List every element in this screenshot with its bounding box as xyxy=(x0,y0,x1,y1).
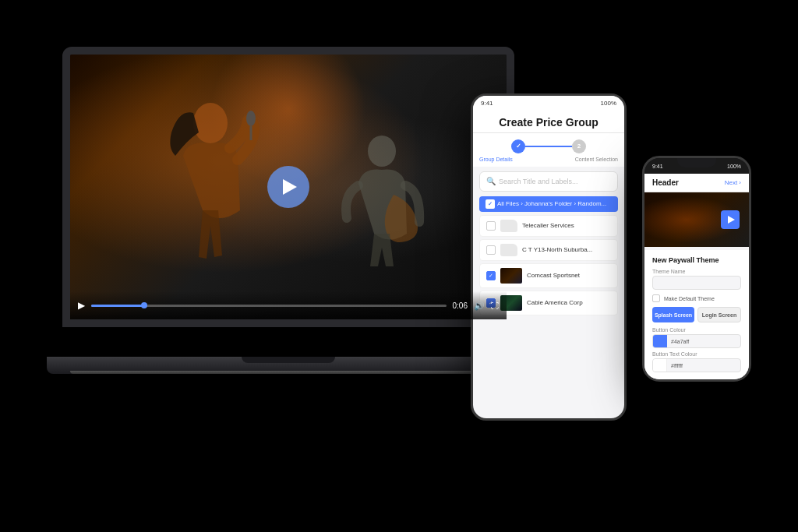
tablet-time: 9:41 xyxy=(481,100,493,107)
theme-name-label: Theme Name xyxy=(652,269,741,274)
phone-header-title: Header xyxy=(652,178,679,187)
tablet-battery: 100% xyxy=(601,100,616,107)
svg-point-3 xyxy=(368,136,396,167)
tablet-steps: ✓ 2 xyxy=(473,133,624,157)
login-screen-button[interactable]: Login Screen xyxy=(697,307,741,322)
button-text-colour-label: Button Text Colour xyxy=(652,351,741,357)
phone-play-button[interactable] xyxy=(721,210,740,229)
breadcrumb-text: All Files › Johanna's Folder › Random... xyxy=(497,200,606,207)
tablet-search-bar[interactable]: 🔍 Search Title and Labels... xyxy=(479,171,618,192)
file-row-0[interactable]: Telecaller Services xyxy=(479,215,618,237)
progress-fill xyxy=(91,305,144,307)
laptop-device: ▶ 0:06 🔊 ⛶ xyxy=(47,47,530,374)
button-colour-input[interactable]: #4a7aff xyxy=(652,334,741,348)
tablet-screen: 9:41 100% Create Price Group ✓ 2 Group D… xyxy=(473,96,624,418)
paywall-section-title: New Paywall Theme xyxy=(652,256,741,264)
splash-screen-button[interactable]: Splash Screen xyxy=(652,307,694,322)
phone-device: 9:41 100% Header Next › New Paywall Them… xyxy=(642,156,751,382)
tablet-title: Create Price Group xyxy=(482,116,615,129)
phone-header: Header Next › xyxy=(644,174,749,192)
step-line xyxy=(525,146,572,147)
button-colour-swatch xyxy=(653,335,667,347)
tablet-breadcrumb[interactable]: ✓ All Files › Johanna's Folder › Random.… xyxy=(479,196,618,212)
step-1-label: Group Details xyxy=(479,157,513,162)
musician-figure xyxy=(335,132,429,273)
make-default-row[interactable]: Make Default Theme xyxy=(652,294,741,302)
file-thumbnail-2 xyxy=(500,268,522,284)
tablet-status-bar: 9:41 100% xyxy=(473,96,624,110)
phone-play-icon xyxy=(728,216,735,224)
button-colour-value: #4a7aff xyxy=(667,339,693,344)
make-default-label: Make Default Theme xyxy=(664,296,715,301)
svg-point-1 xyxy=(246,111,256,126)
fullscreen-icon[interactable]: ⛶ xyxy=(491,301,499,310)
button-text-colour-swatch xyxy=(653,359,667,372)
theme-name-input[interactable] xyxy=(652,276,741,290)
search-icon: 🔍 xyxy=(486,177,496,185)
folder-icon-1 xyxy=(500,244,517,256)
laptop-notch xyxy=(242,357,335,363)
button-text-colour-value: #ffffff xyxy=(667,363,687,368)
file-name-1: C T Y13-North Suburba... xyxy=(522,246,611,253)
video-controls-bar[interactable]: ▶ 0:06 🔊 ⛶ xyxy=(70,291,507,319)
breadcrumb-checkbox[interactable]: ✓ xyxy=(486,199,495,209)
laptop-feet xyxy=(70,371,507,374)
phone-next-button[interactable]: Next › xyxy=(725,179,741,186)
file-name-0: Telecaller Services xyxy=(522,222,611,229)
laptop-screen: ▶ 0:06 🔊 ⛶ xyxy=(62,47,514,327)
make-default-checkbox[interactable] xyxy=(652,294,660,302)
file-row-2[interactable]: ✓ Comcast Sportsnet xyxy=(479,263,618,288)
volume-icon[interactable]: 🔊 xyxy=(474,301,485,311)
phone-notch-bar: 9:41 100% xyxy=(644,158,749,174)
video-player[interactable]: ▶ 0:06 🔊 ⛶ xyxy=(70,55,507,319)
step-2-label: Content Selection xyxy=(575,157,618,162)
step-labels: Group Details Content Selection xyxy=(473,157,624,167)
phone-battery: 100% xyxy=(727,164,741,169)
progress-dot xyxy=(141,302,147,308)
step-2-circle: 2 xyxy=(572,139,586,153)
file-name-3: Cable America Corp xyxy=(527,299,611,306)
control-play-icon[interactable]: ▶ xyxy=(78,300,85,311)
step-1-circle: ✓ xyxy=(511,139,525,153)
tablet-device: 9:41 100% Create Price Group ✓ 2 Group D… xyxy=(471,93,627,421)
tablet-title-area: Create Price Group xyxy=(473,110,624,133)
button-colour-label: Button Colour xyxy=(652,327,741,333)
phone-time: 9:41 xyxy=(652,164,663,169)
progress-bar[interactable] xyxy=(91,305,447,307)
paywall-section: New Paywall Theme Theme Name Make Defaul… xyxy=(644,250,749,379)
theme-buttons-group: Splash Screen Login Screen xyxy=(652,307,741,322)
svg-point-0 xyxy=(193,103,228,143)
folder-icon-0 xyxy=(500,220,517,232)
file-row-1[interactable]: C T Y13-North Suburba... xyxy=(479,239,618,261)
laptop-base xyxy=(47,357,530,374)
button-text-colour-input[interactable]: #ffffff xyxy=(652,358,741,372)
time-display: 0:06 xyxy=(453,301,468,310)
file-checkbox-1[interactable] xyxy=(486,245,496,255)
phone-screen: Header Next › New Paywall Theme Theme Na… xyxy=(644,174,749,379)
search-placeholder-text: Search Title and Labels... xyxy=(499,178,578,185)
phone-video-thumbnail[interactable] xyxy=(644,192,749,247)
play-icon xyxy=(283,179,297,195)
file-name-2: Comcast Sportsnet xyxy=(527,272,611,279)
singer-figure xyxy=(156,101,265,273)
play-button[interactable] xyxy=(267,166,309,208)
file-checkbox-2[interactable]: ✓ xyxy=(486,271,496,280)
step-1-check: ✓ xyxy=(516,143,521,150)
step-2-number: 2 xyxy=(577,143,581,150)
file-checkbox-0[interactable] xyxy=(486,221,496,231)
phone-notch xyxy=(677,158,716,167)
